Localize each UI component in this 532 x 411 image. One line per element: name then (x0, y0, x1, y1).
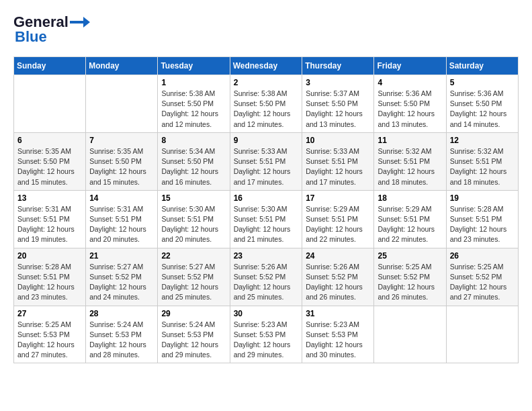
day-number: 16 (234, 193, 299, 203)
cell-details: Sunrise: 5:33 AM Sunset: 5:51 PM Dayligh… (306, 146, 370, 187)
cell-details: Sunrise: 5:37 AM Sunset: 5:50 PM Dayligh… (306, 89, 370, 130)
weekday-header: Thursday (302, 57, 374, 75)
cell-details: Sunrise: 5:32 AM Sunset: 5:51 PM Dayligh… (378, 146, 442, 187)
day-number: 29 (161, 309, 226, 318)
cell-details: Sunrise: 5:38 AM Sunset: 5:50 PM Dayligh… (234, 89, 299, 130)
cell-details: Sunrise: 5:23 AM Sunset: 5:53 PM Dayligh… (234, 320, 299, 361)
calendar-cell: 18Sunrise: 5:29 AM Sunset: 5:51 PM Dayli… (374, 190, 446, 248)
logo: General Blue (13, 13, 90, 46)
calendar-cell: 3Sunrise: 5:37 AM Sunset: 5:50 PM Daylig… (302, 75, 374, 133)
day-number: 5 (450, 78, 515, 87)
calendar-cell: 16Sunrise: 5:30 AM Sunset: 5:51 PM Dayli… (230, 190, 302, 248)
calendar-cell (14, 75, 86, 133)
cell-details: Sunrise: 5:26 AM Sunset: 5:52 PM Dayligh… (306, 262, 370, 303)
day-number: 6 (17, 136, 82, 145)
calendar-cell: 19Sunrise: 5:28 AM Sunset: 5:51 PM Dayli… (446, 190, 518, 248)
cell-details: Sunrise: 5:27 AM Sunset: 5:52 PM Dayligh… (161, 262, 226, 303)
day-number: 18 (378, 193, 442, 203)
calendar-cell: 11Sunrise: 5:32 AM Sunset: 5:51 PM Dayli… (374, 132, 446, 190)
day-number: 4 (378, 78, 442, 87)
cell-details: Sunrise: 5:24 AM Sunset: 5:53 PM Dayligh… (89, 320, 154, 361)
calendar-cell: 28Sunrise: 5:24 AM Sunset: 5:53 PM Dayli… (86, 306, 158, 363)
day-number: 26 (450, 251, 515, 261)
cell-details: Sunrise: 5:35 AM Sunset: 5:50 PM Dayligh… (17, 146, 82, 187)
day-number: 20 (17, 251, 82, 261)
weekday-header: Sunday (14, 57, 86, 75)
calendar-cell: 12Sunrise: 5:32 AM Sunset: 5:51 PM Dayli… (446, 132, 518, 190)
cell-details: Sunrise: 5:25 AM Sunset: 5:53 PM Dayligh… (17, 320, 82, 361)
weekday-header: Monday (86, 57, 158, 75)
calendar-week-row: 20Sunrise: 5:28 AM Sunset: 5:51 PM Dayli… (14, 248, 519, 306)
calendar-cell (374, 306, 446, 363)
svg-marker-0 (70, 17, 90, 28)
day-number: 30 (234, 309, 299, 318)
calendar-week-row: 1Sunrise: 5:38 AM Sunset: 5:50 PM Daylig… (14, 75, 519, 133)
calendar-cell: 6Sunrise: 5:35 AM Sunset: 5:50 PM Daylig… (14, 132, 86, 190)
day-number: 21 (89, 251, 154, 261)
day-number: 23 (234, 251, 299, 261)
cell-details: Sunrise: 5:24 AM Sunset: 5:53 PM Dayligh… (161, 320, 226, 361)
calendar-table: SundayMondayTuesdayWednesdayThursdayFrid… (13, 56, 519, 363)
calendar-cell: 30Sunrise: 5:23 AM Sunset: 5:53 PM Dayli… (230, 306, 302, 363)
day-number: 13 (17, 193, 82, 203)
day-number: 15 (161, 193, 226, 203)
day-number: 8 (161, 136, 226, 145)
cell-details: Sunrise: 5:28 AM Sunset: 5:51 PM Dayligh… (17, 262, 82, 303)
cell-details: Sunrise: 5:30 AM Sunset: 5:51 PM Dayligh… (234, 204, 299, 245)
cell-details: Sunrise: 5:30 AM Sunset: 5:51 PM Dayligh… (161, 204, 226, 245)
calendar-cell: 17Sunrise: 5:29 AM Sunset: 5:51 PM Dayli… (302, 190, 374, 248)
calendar-cell: 31Sunrise: 5:23 AM Sunset: 5:53 PM Dayli… (302, 306, 374, 363)
logo-blue: Blue (15, 28, 47, 46)
day-number: 11 (378, 136, 442, 145)
page-header: General Blue (13, 13, 519, 46)
cell-details: Sunrise: 5:32 AM Sunset: 5:51 PM Dayligh… (450, 146, 515, 187)
cell-details: Sunrise: 5:36 AM Sunset: 5:50 PM Dayligh… (450, 89, 515, 130)
weekday-header: Tuesday (158, 57, 230, 75)
calendar-cell: 1Sunrise: 5:38 AM Sunset: 5:50 PM Daylig… (158, 75, 230, 133)
cell-details: Sunrise: 5:38 AM Sunset: 5:50 PM Dayligh… (161, 89, 226, 130)
day-number: 22 (161, 251, 226, 261)
calendar-cell: 22Sunrise: 5:27 AM Sunset: 5:52 PM Dayli… (158, 248, 230, 306)
calendar-cell: 29Sunrise: 5:24 AM Sunset: 5:53 PM Dayli… (158, 306, 230, 363)
cell-details: Sunrise: 5:26 AM Sunset: 5:52 PM Dayligh… (234, 262, 299, 303)
cell-details: Sunrise: 5:34 AM Sunset: 5:50 PM Dayligh… (161, 146, 226, 187)
day-number: 17 (306, 193, 370, 203)
calendar-cell: 10Sunrise: 5:33 AM Sunset: 5:51 PM Dayli… (302, 132, 374, 190)
day-number: 24 (306, 251, 370, 261)
day-number: 28 (89, 309, 154, 318)
calendar-cell: 9Sunrise: 5:33 AM Sunset: 5:51 PM Daylig… (230, 132, 302, 190)
cell-details: Sunrise: 5:31 AM Sunset: 5:51 PM Dayligh… (17, 204, 82, 245)
day-number: 10 (306, 136, 370, 145)
calendar-header-row: SundayMondayTuesdayWednesdayThursdayFrid… (14, 57, 519, 75)
day-number: 3 (306, 78, 370, 87)
weekday-header: Friday (374, 57, 446, 75)
day-number: 1 (161, 78, 226, 87)
calendar-cell: 14Sunrise: 5:31 AM Sunset: 5:51 PM Dayli… (86, 190, 158, 248)
cell-details: Sunrise: 5:31 AM Sunset: 5:51 PM Dayligh… (89, 204, 154, 245)
calendar-week-row: 13Sunrise: 5:31 AM Sunset: 5:51 PM Dayli… (14, 190, 519, 248)
calendar-cell (446, 306, 518, 363)
day-number: 12 (450, 136, 515, 145)
day-number: 27 (17, 309, 82, 318)
calendar-cell: 25Sunrise: 5:25 AM Sunset: 5:52 PM Dayli… (374, 248, 446, 306)
calendar-cell: 24Sunrise: 5:26 AM Sunset: 5:52 PM Dayli… (302, 248, 374, 306)
cell-details: Sunrise: 5:35 AM Sunset: 5:50 PM Dayligh… (89, 146, 154, 187)
day-number: 19 (450, 193, 515, 203)
calendar-week-row: 6Sunrise: 5:35 AM Sunset: 5:50 PM Daylig… (14, 132, 519, 190)
cell-details: Sunrise: 5:36 AM Sunset: 5:50 PM Dayligh… (378, 89, 442, 130)
cell-details: Sunrise: 5:25 AM Sunset: 5:52 PM Dayligh… (378, 262, 442, 303)
calendar-cell: 26Sunrise: 5:25 AM Sunset: 5:52 PM Dayli… (446, 248, 518, 306)
calendar-cell: 27Sunrise: 5:25 AM Sunset: 5:53 PM Dayli… (14, 306, 86, 363)
day-number: 7 (89, 136, 154, 145)
calendar-cell: 4Sunrise: 5:36 AM Sunset: 5:50 PM Daylig… (374, 75, 446, 133)
calendar-cell: 8Sunrise: 5:34 AM Sunset: 5:50 PM Daylig… (158, 132, 230, 190)
cell-details: Sunrise: 5:28 AM Sunset: 5:51 PM Dayligh… (450, 204, 515, 245)
logo-arrow-icon (70, 15, 90, 29)
calendar-cell: 20Sunrise: 5:28 AM Sunset: 5:51 PM Dayli… (14, 248, 86, 306)
calendar-cell: 2Sunrise: 5:38 AM Sunset: 5:50 PM Daylig… (230, 75, 302, 133)
weekday-header: Saturday (446, 57, 518, 75)
cell-details: Sunrise: 5:27 AM Sunset: 5:52 PM Dayligh… (89, 262, 154, 303)
day-number: 31 (306, 309, 370, 318)
cell-details: Sunrise: 5:23 AM Sunset: 5:53 PM Dayligh… (306, 320, 370, 361)
cell-details: Sunrise: 5:33 AM Sunset: 5:51 PM Dayligh… (234, 146, 299, 187)
